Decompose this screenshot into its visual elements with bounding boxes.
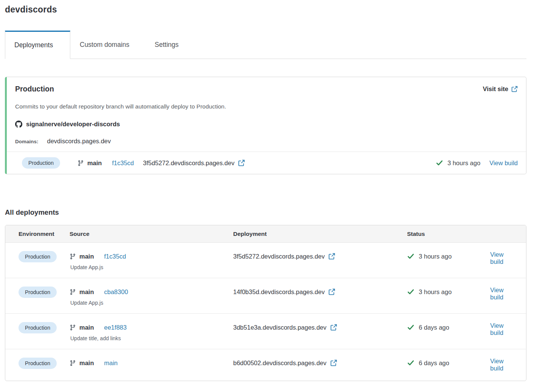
page: devdiscords Deployments Custom domains S… [0,0,534,381]
visit-site-link[interactable]: Visit site [483,85,518,93]
commit-link[interactable]: f1c35cd [104,253,126,260]
commit-message: Update App.js [70,264,233,270]
status-group: 6 days ago [407,322,490,333]
view-build-link[interactable]: View build [490,322,518,336]
production-deployment-row: Production main f1c35cd 3f5d5272.devdisc… [7,152,526,174]
commit-link[interactable]: main [104,359,118,367]
domains-label: Domains: [15,139,39,144]
external-link-icon [511,86,518,92]
status-time: 3 hours ago [447,160,480,167]
commit-link[interactable]: ee1f883 [104,324,127,331]
commit-message: Update title, add links [70,335,233,341]
tab-settings[interactable]: Settings [145,31,194,59]
branch-name: main [79,288,94,296]
table-row: Production main main b6d00502.devdiscord… [5,349,526,381]
external-link-icon[interactable] [330,359,337,366]
external-link-icon[interactable] [238,160,245,166]
domains-line: Domains: devdiscords.pages.dev [15,138,518,145]
deployment-url: b6d00502.devdiscords.pages.dev [233,359,327,367]
table-row: Production main f1c35cd Update App.js 3f… [5,243,526,278]
production-card-body: Production Visit site Commits to your de… [7,77,526,152]
view-build-link[interactable]: View build [490,251,518,265]
deployment-url: 3f5d5272.devdiscords.pages.dev [233,253,325,260]
tab-custom-domains[interactable]: Custom domains [70,31,145,59]
view-build-link[interactable]: View build [490,358,518,372]
git-branch-icon [70,253,76,260]
branch-group: main [77,160,102,167]
git-branch-icon [70,360,76,366]
deployments-table: Environment Source Deployment Status Pro… [5,225,526,381]
git-branch-icon [77,160,84,166]
table-row: Production main ee1f883 Update title, ad… [5,314,526,349]
commit-message: Update App.js [70,300,233,306]
tab-bar: Deployments Custom domains Settings [5,31,526,59]
view-build-link[interactable]: View build [489,160,518,167]
tab-deployments[interactable]: Deployments [5,31,70,59]
status-group: 3 hours ago [407,287,490,297]
deployment-url: 3db51e3a.devdiscords.pages.dev [233,324,327,331]
column-header-deployment: Deployment [233,231,407,237]
page-title: devdiscords [5,0,526,15]
all-deployments-heading: All deployments [5,208,526,217]
environment-badge: Production [22,157,60,169]
column-header-status: Status [407,231,490,237]
branch-name: main [79,359,94,367]
branch-name: main [79,324,94,331]
deployment-url: 14f0b35d.devdiscords.pages.dev [233,288,325,296]
repository-name[interactable]: signalnerve/developer-discords [26,121,120,128]
status-time: 3 hours ago [419,288,452,296]
check-icon [407,324,415,331]
production-description: Commits to your default repository branc… [15,103,518,110]
branch-name: main [79,253,94,260]
table-row: Production main cba8300 Update App.js 14… [5,278,526,314]
environment-badge: Production [19,251,57,262]
production-card-title: Production [15,85,54,93]
column-header-source: Source [70,231,233,237]
git-branch-icon [70,289,76,295]
git-branch-icon [70,324,76,331]
external-link-icon[interactable] [328,288,335,295]
check-icon [407,253,415,260]
column-header-environment: Environment [19,231,70,237]
production-card: Production Visit site Commits to your de… [5,77,526,174]
commit-link[interactable]: f1c35cd [112,160,134,167]
table-header: Environment Source Deployment Status [5,225,526,243]
status-group: 6 days ago [407,358,490,368]
environment-badge: Production [19,287,57,298]
github-icon [15,121,22,128]
external-link-icon[interactable] [330,324,337,331]
environment-badge: Production [19,358,57,369]
deployment-url: 3f5d5272.devdiscords.pages.dev [143,160,234,167]
environment-badge: Production [19,322,57,333]
branch-name: main [87,160,102,167]
visit-site-label: Visit site [483,85,508,93]
repository-line: signalnerve/developer-discords [15,121,518,128]
status-group: 3 hours ago [407,251,490,262]
status-group: 3 hours ago [436,159,480,167]
commit-link[interactable]: cba8300 [104,288,128,296]
check-icon [407,288,415,296]
external-link-icon[interactable] [328,253,335,260]
check-icon [436,159,443,167]
status-time: 3 hours ago [419,253,452,260]
domains-value: devdiscords.pages.dev [47,138,111,145]
status-time: 6 days ago [419,359,449,367]
check-icon [407,359,415,367]
status-time: 6 days ago [419,324,449,331]
view-build-link[interactable]: View build [490,287,518,301]
